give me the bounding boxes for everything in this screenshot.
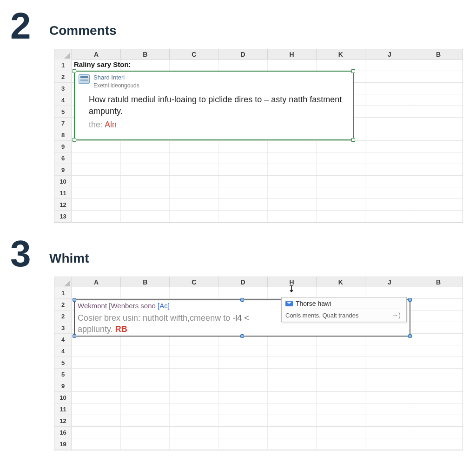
row-header[interactable]: 2	[54, 311, 72, 322]
cell[interactable]	[72, 403, 121, 415]
cell[interactable]	[218, 199, 267, 210]
row-header[interactable]: 19	[54, 438, 72, 450]
cell[interactable]	[317, 345, 365, 357]
cell[interactable]	[317, 403, 365, 415]
cell[interactable]	[414, 199, 463, 210]
cell[interactable]	[72, 152, 121, 164]
cell[interactable]	[317, 427, 365, 438]
cell[interactable]	[414, 438, 463, 450]
cell[interactable]	[218, 164, 267, 175]
cell[interactable]	[414, 71, 463, 82]
cell[interactable]	[170, 199, 218, 210]
cell[interactable]	[121, 345, 170, 357]
column-header[interactable]: K	[317, 277, 365, 287]
cell[interactable]	[365, 71, 414, 82]
cell[interactable]	[121, 287, 170, 298]
cell[interactable]	[218, 380, 267, 391]
cell[interactable]	[365, 415, 414, 426]
row-header[interactable]: 12	[54, 415, 72, 426]
cell[interactable]	[414, 299, 463, 310]
cell[interactable]	[121, 380, 170, 391]
cell[interactable]	[414, 187, 463, 198]
cell[interactable]	[268, 187, 317, 198]
cell[interactable]	[121, 369, 170, 380]
cell[interactable]	[170, 141, 218, 152]
row-header[interactable]: 4	[54, 94, 72, 106]
cell[interactable]	[414, 427, 463, 438]
row-header[interactable]: 11	[54, 403, 72, 415]
cell[interactable]	[72, 211, 121, 222]
cell[interactable]	[170, 60, 218, 71]
cell[interactable]	[218, 211, 267, 222]
cell[interactable]	[414, 345, 463, 357]
row-header[interactable]: 6	[54, 152, 72, 164]
resize-handle-tr[interactable]	[351, 69, 355, 73]
cell[interactable]	[170, 438, 218, 450]
cell[interactable]	[414, 141, 463, 152]
select-all-corner[interactable]	[54, 277, 72, 287]
column-header[interactable]: C	[170, 49, 218, 59]
cell[interactable]	[414, 403, 463, 415]
cell[interactable]	[121, 392, 170, 403]
cell[interactable]	[268, 164, 317, 175]
cell[interactable]	[268, 60, 317, 71]
cell[interactable]	[414, 176, 463, 187]
cell[interactable]	[121, 187, 170, 198]
cell[interactable]	[414, 311, 463, 322]
row-header[interactable]: 4	[54, 345, 72, 357]
cell[interactable]	[414, 380, 463, 391]
cell[interactable]	[170, 369, 218, 380]
cell[interactable]	[72, 199, 121, 210]
cell[interactable]	[72, 392, 121, 403]
cell[interactable]	[268, 380, 317, 391]
sel-handle-tm[interactable]	[240, 298, 244, 302]
cell[interactable]	[365, 141, 414, 152]
cell[interactable]	[317, 211, 365, 222]
cell[interactable]	[121, 199, 170, 210]
sel-handle-tr[interactable]	[408, 298, 412, 302]
cell[interactable]	[121, 176, 170, 187]
cell[interactable]	[317, 187, 365, 198]
cell[interactable]	[218, 187, 267, 198]
row-header[interactable]: 12	[54, 199, 72, 210]
cell[interactable]	[268, 403, 317, 415]
cell[interactable]	[170, 427, 218, 438]
cell[interactable]	[218, 357, 267, 368]
cell[interactable]	[268, 427, 317, 438]
resize-handle-bl[interactable]	[73, 138, 76, 142]
cell[interactable]	[268, 141, 317, 152]
row-header[interactable]: 10	[54, 176, 72, 187]
cell[interactable]	[365, 152, 414, 164]
cell[interactable]	[218, 392, 267, 403]
row-header[interactable]: 8	[54, 129, 72, 140]
row-header[interactable]: 1	[54, 287, 72, 298]
cell[interactable]	[170, 187, 218, 198]
cell-a1-text[interactable]: Raliny sary Ston:	[74, 60, 131, 68]
cell[interactable]	[170, 380, 218, 391]
cell[interactable]	[121, 415, 170, 426]
column-header[interactable]: A	[72, 277, 121, 287]
sel-handle-tl[interactable]	[73, 298, 76, 302]
cell[interactable]	[268, 438, 317, 450]
column-header[interactable]: B	[121, 277, 170, 287]
cell[interactable]	[365, 438, 414, 450]
row-header[interactable]: 13	[54, 211, 72, 222]
cell[interactable]	[414, 94, 463, 106]
cell[interactable]	[365, 403, 414, 415]
cell[interactable]	[414, 60, 463, 71]
row-header[interactable]: 5	[54, 106, 72, 117]
cell[interactable]	[365, 94, 414, 106]
cell[interactable]	[121, 427, 170, 438]
cell[interactable]	[317, 176, 365, 187]
cell[interactable]	[317, 369, 365, 380]
cell[interactable]	[268, 357, 317, 368]
cell[interactable]	[170, 152, 218, 164]
cell[interactable]	[365, 60, 414, 71]
cell[interactable]	[72, 380, 121, 391]
column-header[interactable]: B	[414, 277, 463, 287]
cell[interactable]	[121, 438, 170, 450]
cell[interactable]	[268, 199, 317, 210]
column-header[interactable]: C	[170, 277, 218, 287]
cell[interactable]	[121, 152, 170, 164]
column-header[interactable]: H	[268, 49, 317, 59]
